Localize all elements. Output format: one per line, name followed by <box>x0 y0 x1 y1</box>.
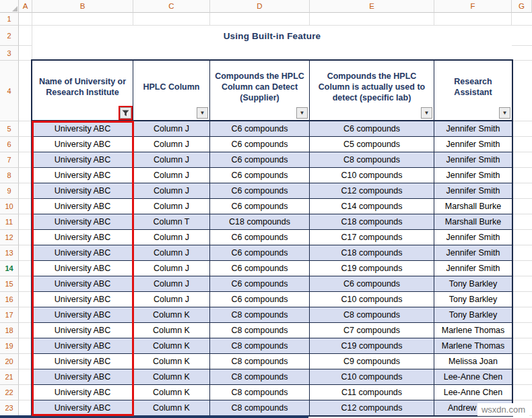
cell-D7[interactable]: C6 compounds <box>210 152 310 168</box>
cell-E9[interactable]: C12 compounds <box>310 183 434 199</box>
select-all-corner[interactable] <box>0 0 19 13</box>
filter-dropdown-button[interactable]: ▼ <box>197 107 208 119</box>
cell-B5[interactable]: University ABC <box>32 121 133 137</box>
cell-B14[interactable]: University ABC <box>32 261 133 276</box>
cell-E21[interactable]: C10 compounds <box>310 369 434 385</box>
cell-C12[interactable]: Column J <box>133 230 210 245</box>
column-header-F[interactable]: F <box>434 0 512 13</box>
cell-B15[interactable]: University ABC <box>32 276 133 292</box>
cell-C19[interactable]: Column K <box>133 338 210 354</box>
cell-B20[interactable]: University ABC <box>32 354 133 369</box>
cell-D15[interactable]: C6 compounds <box>210 276 310 292</box>
cell-E7[interactable]: C8 compounds <box>310 152 434 168</box>
cell-B11[interactable]: University ABC <box>32 214 133 230</box>
cell-B13[interactable]: University ABC <box>32 245 133 261</box>
cell-E23[interactable]: C12 compounds <box>310 400 434 416</box>
cell-B23[interactable]: University ABC <box>32 400 133 416</box>
cell-F10[interactable]: Marshall Burke <box>434 199 512 214</box>
cell-F15[interactable]: Tony Barkley <box>434 276 512 292</box>
cell-D18[interactable]: C8 compounds <box>210 323 310 338</box>
cell-B18[interactable]: University ABC <box>32 323 133 338</box>
cell-F18[interactable]: Marlene Thomas <box>434 323 512 338</box>
cell-E11[interactable]: C18 compounds <box>310 214 434 230</box>
cell-E14[interactable]: C19 compounds <box>310 261 434 276</box>
cell-C18[interactable]: Column K <box>133 323 210 338</box>
row-header-17[interactable]: 17 <box>0 307 19 323</box>
cell-F12[interactable]: Jennifer Smith <box>434 230 512 245</box>
cell-E15[interactable]: C6 compounds <box>310 276 434 292</box>
cell-D16[interactable]: C6 compounds <box>210 292 310 307</box>
row-header-12[interactable]: 12 <box>0 230 19 245</box>
cell-B17[interactable]: University ABC <box>32 307 133 323</box>
column-header-A[interactable]: A <box>19 0 32 13</box>
cell-C16[interactable]: Column J <box>133 292 210 307</box>
cell-F14[interactable]: Jennifer Smith <box>434 261 512 276</box>
cell-B16[interactable]: University ABC <box>32 292 133 307</box>
cell-F8[interactable]: Jennifer Smith <box>434 168 512 183</box>
cell-B6[interactable]: University ABC <box>32 137 133 152</box>
cell-E10[interactable]: C14 compounds <box>310 199 434 214</box>
filter-dropdown-button[interactable]: ▼ <box>421 107 432 119</box>
cell-F11[interactable]: Marshall Burke <box>434 214 512 230</box>
cell-F5[interactable]: Jennifer Smith <box>434 121 512 137</box>
cell-E17[interactable]: C8 compounds <box>310 307 434 323</box>
row-header-18[interactable]: 18 <box>0 323 19 338</box>
row-header-8[interactable]: 8 <box>0 168 19 183</box>
cell-F6[interactable]: Jennifer Smith <box>434 137 512 152</box>
cell-D12[interactable]: C6 compounds <box>210 230 310 245</box>
cell-F20[interactable]: Melissa Joan <box>434 354 512 369</box>
cell-E13[interactable]: C18 compounds <box>310 245 434 261</box>
cell-F13[interactable]: Jennifer Smith <box>434 245 512 261</box>
cell-C10[interactable]: Column J <box>133 199 210 214</box>
row-header-19[interactable]: 19 <box>0 338 19 354</box>
cell-C22[interactable]: Column K <box>133 385 210 400</box>
cell-D19[interactable]: C8 compounds <box>210 338 310 354</box>
cell-B12[interactable]: University ABC <box>32 230 133 245</box>
cell-D20[interactable]: C8 compounds <box>210 354 310 369</box>
cell-F22[interactable]: Lee-Anne Chen <box>434 385 512 400</box>
cell-F16[interactable]: Tony Barkley <box>434 292 512 307</box>
cell-E22[interactable]: C11 compounds <box>310 385 434 400</box>
row-header-3[interactable]: 3 <box>0 46 19 61</box>
cell-C5[interactable]: Column J <box>133 121 210 137</box>
cell-D9[interactable]: C6 compounds <box>210 183 310 199</box>
cell-D11[interactable]: C18 compounds <box>210 214 310 230</box>
row-header-7[interactable]: 7 <box>0 152 19 168</box>
column-header-G[interactable]: G <box>512 0 532 13</box>
cell-F9[interactable]: Jennifer Smith <box>434 183 512 199</box>
cell-D22[interactable]: C8 compounds <box>210 385 310 400</box>
row-header-14[interactable]: 14 <box>0 261 19 276</box>
cell-E19[interactable]: C19 compounds <box>310 338 434 354</box>
row-header-16[interactable]: 16 <box>0 292 19 307</box>
column-header-B[interactable]: B <box>32 0 133 13</box>
cell-B8[interactable]: University ABC <box>32 168 133 183</box>
row-header-15[interactable]: 15 <box>0 276 19 292</box>
cell-E18[interactable]: C7 compounds <box>310 323 434 338</box>
cell-C14[interactable]: Column J <box>133 261 210 276</box>
row-header-20[interactable]: 20 <box>0 354 19 369</box>
cell-F19[interactable]: Marlene Thomas <box>434 338 512 354</box>
cell-E6[interactable]: C5 compounds <box>310 137 434 152</box>
cell-C21[interactable]: Column K <box>133 369 210 385</box>
column-header-E[interactable]: E <box>310 0 434 13</box>
cell-B10[interactable]: University ABC <box>32 199 133 214</box>
cell-C7[interactable]: Column J <box>133 152 210 168</box>
row-header-21[interactable]: 21 <box>0 369 19 385</box>
cell-E16[interactable]: C10 compounds <box>310 292 434 307</box>
row-header-11[interactable]: 11 <box>0 214 19 230</box>
cell-D14[interactable]: C6 compounds <box>210 261 310 276</box>
row-header-5[interactable]: 5 <box>0 121 19 137</box>
row-header-9[interactable]: 9 <box>0 183 19 199</box>
cell-D10[interactable]: C6 compounds <box>210 199 310 214</box>
cell-E8[interactable]: C10 compounds <box>310 168 434 183</box>
cell-D17[interactable]: C8 compounds <box>210 307 310 323</box>
cell-C15[interactable]: Column J <box>133 276 210 292</box>
cell-D5[interactable]: C6 compounds <box>210 121 310 137</box>
cell-E5[interactable]: C6 compounds <box>310 121 434 137</box>
row-header-22[interactable]: 22 <box>0 385 19 400</box>
row-header-1[interactable]: 1 <box>0 13 19 26</box>
cell-B21[interactable]: University ABC <box>32 369 133 385</box>
cell-B22[interactable]: University ABC <box>32 385 133 400</box>
cell-C20[interactable]: Column K <box>133 354 210 369</box>
row-header-6[interactable]: 6 <box>0 137 19 152</box>
